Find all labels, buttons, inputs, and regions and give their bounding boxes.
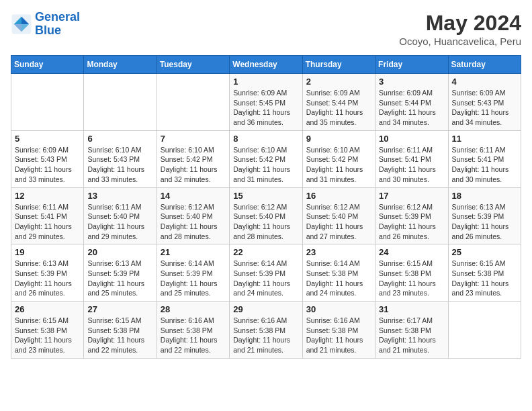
day-info: Sunrise: 6:16 AMSunset: 5:38 PMDaylight:… <box>306 316 371 355</box>
day-info: Sunrise: 6:12 AMSunset: 5:40 PMDaylight:… <box>233 202 298 242</box>
calendar-cell: 22Sunrise: 6:14 AMSunset: 5:39 PMDayligh… <box>230 244 302 302</box>
day-info: Sunrise: 6:13 AMSunset: 5:39 PMDaylight:… <box>87 259 152 298</box>
day-info: Sunrise: 6:09 AMSunset: 5:43 PMDaylight:… <box>452 88 517 128</box>
day-number: 27 <box>87 304 152 314</box>
day-info: Sunrise: 6:11 AMSunset: 5:41 PMDaylight:… <box>379 145 444 185</box>
day-info: Sunrise: 6:10 AMSunset: 5:42 PMDaylight:… <box>161 145 226 185</box>
calendar-cell: 11Sunrise: 6:11 AMSunset: 5:41 PMDayligh… <box>448 130 521 187</box>
calendar-cell: 7Sunrise: 6:10 AMSunset: 5:42 PMDaylight… <box>157 130 229 187</box>
calendar-cell: 5Sunrise: 6:09 AMSunset: 5:43 PMDaylight… <box>11 130 84 187</box>
logo: General Blue <box>11 11 80 38</box>
calendar-cell: 18Sunrise: 6:13 AMSunset: 5:39 PMDayligh… <box>448 187 521 244</box>
day-number: 16 <box>306 191 371 201</box>
calendar-cell <box>11 74 84 131</box>
day-info: Sunrise: 6:09 AMSunset: 5:44 PMDaylight:… <box>306 88 371 128</box>
day-number: 7 <box>161 134 226 144</box>
calendar-cell: 28Sunrise: 6:16 AMSunset: 5:38 PMDayligh… <box>157 302 229 359</box>
calendar-cell: 13Sunrise: 6:11 AMSunset: 5:40 PMDayligh… <box>84 187 157 244</box>
logo-line1: General <box>35 10 80 24</box>
calendar-header: SundayMondayTuesdayWednesdayThursdayFrid… <box>11 56 521 74</box>
calendar-table: SundayMondayTuesdayWednesdayThursdayFrid… <box>11 55 521 359</box>
day-number: 24 <box>379 247 444 257</box>
calendar-week-4: 19Sunrise: 6:13 AMSunset: 5:39 PMDayligh… <box>11 244 521 302</box>
day-info: Sunrise: 6:12 AMSunset: 5:40 PMDaylight:… <box>161 202 226 242</box>
calendar-cell: 29Sunrise: 6:16 AMSunset: 5:38 PMDayligh… <box>230 302 302 359</box>
day-number: 22 <box>233 247 298 257</box>
day-info: Sunrise: 6:14 AMSunset: 5:38 PMDaylight:… <box>306 259 371 298</box>
day-info: Sunrise: 6:14 AMSunset: 5:39 PMDaylight:… <box>161 259 226 298</box>
day-number: 30 <box>306 304 371 314</box>
day-number: 2 <box>306 77 371 87</box>
day-number: 8 <box>233 134 298 144</box>
day-number: 11 <box>452 134 517 144</box>
calendar-cell: 15Sunrise: 6:12 AMSunset: 5:40 PMDayligh… <box>230 187 302 244</box>
day-number: 1 <box>233 77 298 87</box>
calendar-week-1: 1Sunrise: 6:09 AMSunset: 5:45 PMDaylight… <box>11 74 521 131</box>
calendar-cell: 16Sunrise: 6:12 AMSunset: 5:40 PMDayligh… <box>302 187 375 244</box>
day-number: 17 <box>379 191 444 201</box>
day-number: 21 <box>161 247 226 257</box>
day-info: Sunrise: 6:09 AMSunset: 5:44 PMDaylight:… <box>379 88 444 128</box>
day-info: Sunrise: 6:11 AMSunset: 5:41 PMDaylight:… <box>15 202 80 242</box>
day-info: Sunrise: 6:12 AMSunset: 5:40 PMDaylight:… <box>306 202 371 242</box>
day-number: 29 <box>233 304 298 314</box>
calendar-cell: 4Sunrise: 6:09 AMSunset: 5:43 PMDaylight… <box>448 74 521 131</box>
weekday-friday: Friday <box>375 56 448 74</box>
calendar-cell: 26Sunrise: 6:15 AMSunset: 5:38 PMDayligh… <box>11 302 84 359</box>
calendar-cell: 2Sunrise: 6:09 AMSunset: 5:44 PMDaylight… <box>302 74 375 131</box>
day-number: 9 <box>306 134 371 144</box>
day-number: 31 <box>379 304 444 314</box>
day-info: Sunrise: 6:16 AMSunset: 5:38 PMDaylight:… <box>233 316 298 355</box>
day-number: 23 <box>306 247 371 257</box>
weekday-monday: Monday <box>84 56 157 74</box>
calendar-cell: 19Sunrise: 6:13 AMSunset: 5:39 PMDayligh… <box>11 244 84 302</box>
calendar-cell: 20Sunrise: 6:13 AMSunset: 5:39 PMDayligh… <box>84 244 157 302</box>
calendar-cell: 30Sunrise: 6:16 AMSunset: 5:38 PMDayligh… <box>302 302 375 359</box>
day-info: Sunrise: 6:15 AMSunset: 5:38 PMDaylight:… <box>87 316 152 355</box>
day-info: Sunrise: 6:15 AMSunset: 5:38 PMDaylight:… <box>452 259 517 298</box>
day-info: Sunrise: 6:10 AMSunset: 5:42 PMDaylight:… <box>233 145 298 185</box>
day-number: 15 <box>233 191 298 201</box>
calendar-cell: 3Sunrise: 6:09 AMSunset: 5:44 PMDaylight… <box>375 74 448 131</box>
calendar-cell: 24Sunrise: 6:15 AMSunset: 5:38 PMDayligh… <box>375 244 448 302</box>
calendar-cell: 17Sunrise: 6:12 AMSunset: 5:39 PMDayligh… <box>375 187 448 244</box>
day-info: Sunrise: 6:10 AMSunset: 5:43 PMDaylight:… <box>87 145 152 185</box>
day-number: 4 <box>452 77 517 87</box>
calendar-cell: 10Sunrise: 6:11 AMSunset: 5:41 PMDayligh… <box>375 130 448 187</box>
day-number: 3 <box>379 77 444 87</box>
day-number: 28 <box>161 304 226 314</box>
day-info: Sunrise: 6:15 AMSunset: 5:38 PMDaylight:… <box>379 259 444 298</box>
calendar-cell <box>448 302 521 359</box>
day-number: 19 <box>15 247 80 257</box>
calendar-week-3: 12Sunrise: 6:11 AMSunset: 5:41 PMDayligh… <box>11 187 521 244</box>
calendar-cell: 9Sunrise: 6:10 AMSunset: 5:42 PMDaylight… <box>302 130 375 187</box>
weekday-header-row: SundayMondayTuesdayWednesdayThursdayFrid… <box>11 56 521 74</box>
day-number: 25 <box>452 247 517 257</box>
day-info: Sunrise: 6:09 AMSunset: 5:43 PMDaylight:… <box>15 145 80 185</box>
title-block: May 2024 Ocoyo, Huancavelica, Peru <box>399 11 521 47</box>
calendar-cell: 14Sunrise: 6:12 AMSunset: 5:40 PMDayligh… <box>157 187 229 244</box>
day-info: Sunrise: 6:13 AMSunset: 5:39 PMDaylight:… <box>452 202 517 242</box>
page-header: General Blue May 2024 Ocoyo, Huancavelic… <box>11 11 521 47</box>
day-info: Sunrise: 6:16 AMSunset: 5:38 PMDaylight:… <box>161 316 226 355</box>
day-number: 6 <box>87 134 152 144</box>
calendar-body: 1Sunrise: 6:09 AMSunset: 5:45 PMDaylight… <box>11 74 521 359</box>
day-number: 12 <box>15 191 80 201</box>
day-number: 10 <box>379 134 444 144</box>
day-info: Sunrise: 6:13 AMSunset: 5:39 PMDaylight:… <box>15 259 80 298</box>
day-info: Sunrise: 6:14 AMSunset: 5:39 PMDaylight:… <box>233 259 298 298</box>
calendar-cell: 12Sunrise: 6:11 AMSunset: 5:41 PMDayligh… <box>11 187 84 244</box>
day-number: 26 <box>15 304 80 314</box>
weekday-tuesday: Tuesday <box>157 56 229 74</box>
weekday-sunday: Sunday <box>11 56 84 74</box>
calendar-cell: 21Sunrise: 6:14 AMSunset: 5:39 PMDayligh… <box>157 244 229 302</box>
month-year: May 2024 <box>399 11 521 36</box>
calendar-cell: 6Sunrise: 6:10 AMSunset: 5:43 PMDaylight… <box>84 130 157 187</box>
logo-icon <box>11 13 32 35</box>
calendar-cell: 27Sunrise: 6:15 AMSunset: 5:38 PMDayligh… <box>84 302 157 359</box>
calendar-cell <box>84 74 157 131</box>
day-info: Sunrise: 6:09 AMSunset: 5:45 PMDaylight:… <box>233 88 298 128</box>
logo-text: General Blue <box>35 11 80 38</box>
location: Ocoyo, Huancavelica, Peru <box>399 36 521 47</box>
calendar-cell: 8Sunrise: 6:10 AMSunset: 5:42 PMDaylight… <box>230 130 302 187</box>
